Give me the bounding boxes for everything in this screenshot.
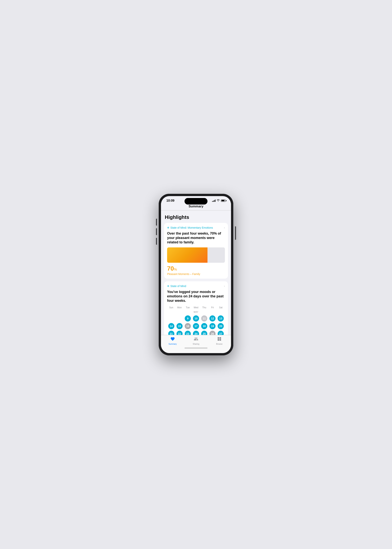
cal-day-15: 15: [175, 323, 183, 330]
card2-chevron: ›: [224, 284, 225, 288]
status-bar: 10:09: [161, 196, 231, 203]
phone-screen: 10:09: [161, 196, 231, 353]
card1-stat-label: Pleasant Moments – Family: [167, 273, 225, 275]
tab-sharing[interactable]: Sharing: [184, 337, 208, 345]
cal-day-22: 22: [175, 330, 183, 335]
card2-description: You've logged your moods or emotions on …: [167, 290, 225, 303]
cal-day-24: 24: [192, 330, 200, 335]
cal-day-13: 13: [217, 315, 225, 322]
scroll-content[interactable]: Highlights ❄ State of Mind: Momentary Em…: [161, 211, 231, 335]
tab-bar: Summary Sharing Br: [161, 335, 231, 353]
card1-chevron: ›: [224, 226, 225, 229]
phone-frame: 10:09: [159, 194, 233, 355]
tab-browse[interactable]: Browse: [208, 337, 231, 345]
section-title: Highlights: [164, 214, 228, 220]
card1-tag[interactable]: ❄ State of Mind: Momentary Emotions: [167, 226, 213, 229]
wifi-icon: [217, 199, 220, 202]
cal-day-18: 18: [200, 323, 209, 330]
browse-tab-label: Browse: [216, 343, 222, 345]
highlights-card-1[interactable]: ❄ State of Mind: Momentary Emotions › Ov…: [164, 223, 228, 279]
card1-progress-bar: [167, 247, 225, 263]
cal-week-may1: 9 10 11 12 13: [167, 315, 225, 322]
sharing-tab-icon: [194, 337, 198, 342]
cal-day-19: 19: [209, 323, 217, 330]
cal-day-25: 25: [200, 330, 209, 335]
card1-description: Over the past four weeks, 70% of your pl…: [167, 231, 225, 245]
home-bar: [184, 348, 208, 349]
cal-day-27: 27: [217, 330, 225, 335]
cal-day-may-label: MAY: [167, 310, 225, 314]
cal-day-21: 21: [167, 330, 175, 335]
dow-wed: Wed: [192, 306, 200, 309]
tab-items: Summary Sharing Br: [161, 337, 231, 345]
card1-progress-fill: [167, 247, 208, 263]
highlights-card-2[interactable]: ❄ State of Mind › You've logged your moo…: [164, 281, 228, 335]
cal-week-1: MAY: [167, 310, 225, 314]
card2-header: ❄ State of Mind ›: [167, 284, 225, 288]
status-time: 10:09: [166, 199, 174, 203]
mind2-icon: ❄: [167, 285, 169, 288]
dow-mon: Mon: [175, 306, 183, 309]
cal-day-10: 10: [192, 315, 200, 322]
battery-icon: [221, 199, 226, 202]
card1-stat-unit: %: [174, 267, 177, 271]
cal-day-17: 17: [192, 323, 200, 330]
cal-week-may2: 14 15 16 17 18 19 20: [167, 323, 225, 330]
cal-day-26: 26: [209, 330, 217, 335]
dow-sat: Sat: [217, 306, 225, 309]
signal-icon: [212, 199, 216, 202]
card1-stat: 70% Pleasant Moments – Family: [167, 265, 225, 275]
cal-day-12: 12: [209, 315, 217, 322]
card2-tag-text: State of Mind: [170, 285, 186, 288]
summary-tab-label: Summary: [169, 343, 177, 345]
card2-tag[interactable]: ❄ State of Mind: [167, 285, 186, 288]
cal-day-14: 14: [167, 323, 175, 330]
card1-header: ❄ State of Mind: Momentary Emotions ›: [167, 226, 225, 229]
mind-icon: ❄: [167, 226, 169, 229]
dow-fri: Fri: [209, 306, 217, 309]
dow-sun: Sun: [167, 306, 175, 309]
summary-tab-icon: [170, 337, 175, 342]
calendar-grid: Sun Mon Tue Wed Thu Fri Sat MAY: [167, 306, 225, 335]
home-indicator: [161, 345, 231, 349]
dow-thu: Thu: [200, 306, 209, 309]
browse-tab-icon: [217, 337, 222, 342]
cal-week-may3: 21 22 23 24 25 26 27: [167, 330, 225, 335]
dynamic-island: [184, 198, 208, 204]
cal-day-20: 20: [217, 323, 225, 330]
calendar-dow-row: Sun Mon Tue Wed Thu Fri Sat: [167, 306, 225, 309]
status-icons: [212, 199, 226, 202]
card1-stat-value: 70: [167, 265, 174, 272]
cal-day-23: 23: [183, 330, 192, 335]
cal-day-9: 9: [183, 315, 192, 322]
tab-summary[interactable]: Summary: [161, 337, 184, 345]
card1-tag-text: State of Mind: Momentary Emotions: [170, 226, 213, 229]
cal-day-empty2: [175, 315, 183, 322]
cal-day-empty1: [167, 315, 175, 322]
cal-day-16: 16: [183, 323, 192, 330]
sharing-tab-label: Sharing: [193, 343, 199, 345]
dow-tue: Tue: [183, 306, 192, 309]
cal-day-11: 11: [200, 315, 209, 322]
